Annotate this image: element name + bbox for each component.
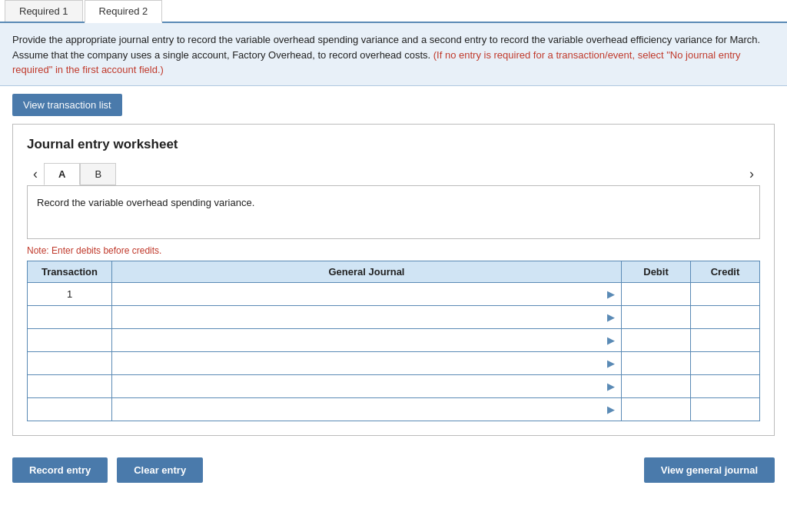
input-debit-5[interactable] — [628, 404, 684, 415]
dropdown-arrow-3[interactable]: ▶ — [607, 357, 615, 369]
input-general-journal-3[interactable] — [118, 357, 606, 369]
cell-general-journal-3[interactable]: ▶ — [112, 351, 622, 374]
description-box: Record the variable overhead spending va… — [27, 185, 760, 239]
input-debit-1[interactable] — [628, 311, 684, 323]
cell-debit-0[interactable] — [622, 282, 691, 305]
table-row: ▶ — [28, 374, 760, 397]
cell-debit-5[interactable] — [622, 397, 691, 421]
input-debit-2[interactable] — [628, 334, 684, 346]
header-general-journal: General Journal — [112, 261, 622, 282]
input-credit-4[interactable] — [697, 381, 753, 392]
tabs-bar: Required 1 Required 2 — [0, 0, 787, 23]
tab-required1[interactable]: Required 1 — [5, 0, 83, 22]
bottom-buttons: Record entry Clear entry View general jo… — [0, 448, 787, 489]
entry-tabs-row: ‹ A B › — [27, 163, 760, 185]
next-entry-button[interactable]: › — [743, 163, 760, 185]
input-general-journal-5[interactable] — [118, 404, 606, 415]
worksheet-title: Journal entry worksheet — [27, 137, 760, 152]
header-debit: Debit — [622, 261, 691, 282]
cell-credit-2[interactable] — [691, 328, 760, 351]
dropdown-arrow-4[interactable]: ▶ — [607, 381, 615, 392]
cell-credit-1[interactable] — [691, 305, 760, 328]
cell-credit-0[interactable] — [691, 282, 760, 305]
input-debit-0[interactable] — [628, 288, 684, 300]
table-row: 1▶ — [28, 282, 760, 305]
input-credit-3[interactable] — [697, 357, 753, 369]
view-transaction-bar: View transaction list — [0, 86, 787, 124]
table-row: ▶ — [28, 351, 760, 374]
cell-transaction-2 — [28, 328, 112, 351]
cell-transaction-5 — [28, 397, 112, 421]
dropdown-arrow-1[interactable]: ▶ — [607, 311, 615, 323]
dropdown-arrow-5[interactable]: ▶ — [607, 404, 615, 415]
cell-general-journal-0[interactable]: ▶ — [112, 282, 622, 305]
input-credit-1[interactable] — [697, 311, 753, 323]
view-transaction-button[interactable]: View transaction list — [12, 94, 122, 116]
input-general-journal-4[interactable] — [118, 381, 606, 392]
clear-entry-button[interactable]: Clear entry — [117, 457, 203, 483]
input-credit-2[interactable] — [697, 334, 753, 346]
input-general-journal-2[interactable] — [118, 334, 606, 346]
table-row: ▶ — [28, 397, 760, 421]
journal-table: Transaction General Journal Debit Credit… — [27, 261, 760, 421]
cell-general-journal-2[interactable]: ▶ — [112, 328, 622, 351]
cell-transaction-3 — [28, 351, 112, 374]
cell-debit-3[interactable] — [622, 351, 691, 374]
cell-transaction-0: 1 — [28, 282, 112, 305]
view-general-journal-button[interactable]: View general journal — [644, 457, 775, 483]
header-transaction: Transaction — [28, 261, 112, 282]
input-debit-4[interactable] — [628, 381, 684, 392]
worksheet-card: Journal entry worksheet ‹ A B › Record t… — [12, 124, 775, 436]
cell-general-journal-5[interactable]: ▶ — [112, 397, 622, 421]
cell-general-journal-4[interactable]: ▶ — [112, 374, 622, 397]
cell-credit-4[interactable] — [691, 374, 760, 397]
cell-credit-5[interactable] — [691, 397, 760, 421]
cell-debit-1[interactable] — [622, 305, 691, 328]
input-credit-5[interactable] — [697, 404, 753, 415]
prev-entry-button[interactable]: ‹ — [27, 163, 44, 185]
note-text: Note: Enter debits before credits. — [27, 245, 760, 256]
table-row: ▶ — [28, 305, 760, 328]
entry-tab-a[interactable]: A — [44, 163, 80, 185]
input-general-journal-0[interactable] — [118, 288, 606, 300]
input-general-journal-1[interactable] — [118, 311, 606, 323]
cell-transaction-1 — [28, 305, 112, 328]
cell-transaction-4 — [28, 374, 112, 397]
dropdown-arrow-0[interactable]: ▶ — [607, 288, 615, 300]
description-text: Record the variable overhead spending va… — [37, 197, 254, 208]
cell-general-journal-1[interactable]: ▶ — [112, 305, 622, 328]
input-debit-3[interactable] — [628, 357, 684, 369]
header-credit: Credit — [691, 261, 760, 282]
entry-tab-b[interactable]: B — [80, 163, 116, 185]
tab-required2[interactable]: Required 2 — [85, 0, 163, 23]
cell-credit-3[interactable] — [691, 351, 760, 374]
dropdown-arrow-2[interactable]: ▶ — [607, 334, 615, 346]
cell-debit-4[interactable] — [622, 374, 691, 397]
instruction-area: Provide the appropriate journal entry to… — [0, 23, 787, 86]
record-entry-button[interactable]: Record entry — [12, 457, 108, 483]
table-row: ▶ — [28, 328, 760, 351]
cell-debit-2[interactable] — [622, 328, 691, 351]
input-credit-0[interactable] — [697, 288, 753, 300]
